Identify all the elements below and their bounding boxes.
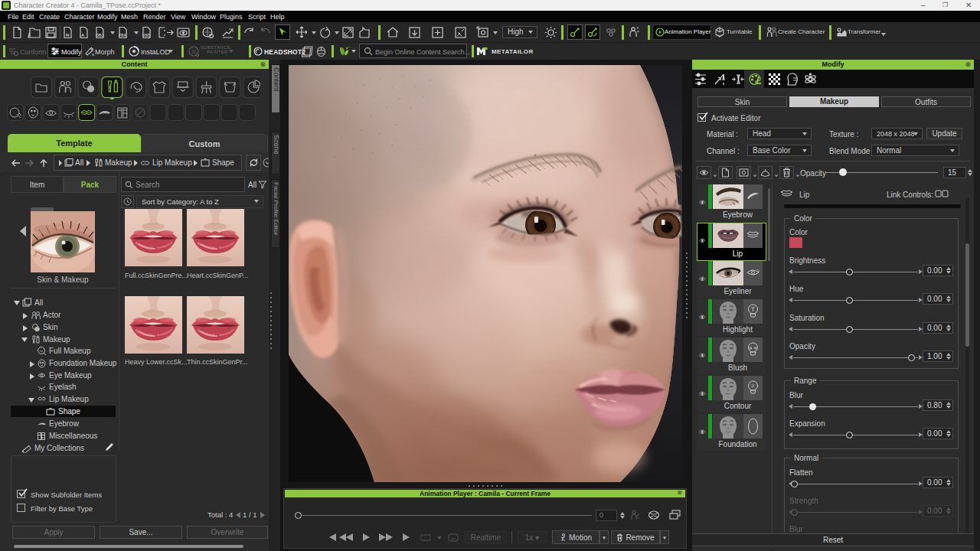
svg-text:1f: 1f (751, 383, 755, 388)
svg-text:S: S (192, 48, 196, 55)
svg-text:FBX: FBX (119, 33, 127, 37)
svg-text:USD: USD (142, 33, 151, 37)
svg-text:N: N (66, 33, 69, 37)
svg-text:A: A (81, 33, 85, 37)
svg-text:OBJ: OBJ (96, 33, 104, 37)
